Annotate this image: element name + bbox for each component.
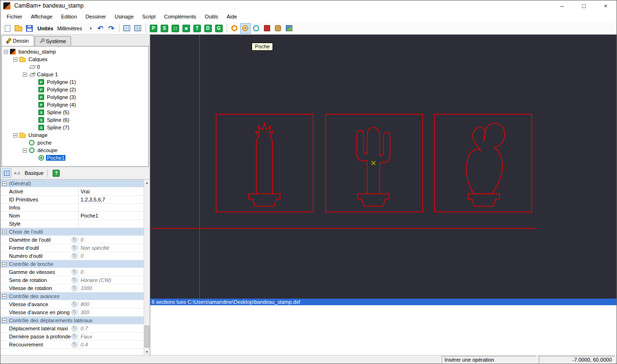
draw-region-button[interactable]: G: [214, 23, 224, 34]
property-row-forme-d-outil[interactable]: Forme d'outilNon spécifié: [0, 244, 144, 252]
tree-item-spline-5[interactable]: Spline (5): [2, 109, 148, 116]
grid-snap-button[interactable]: [122, 23, 132, 34]
section-collapse-toggle[interactable]: [2, 230, 7, 234]
menu-item-aide[interactable]: Aide: [222, 12, 241, 21]
tab-syst-me[interactable]: Système: [35, 36, 72, 46]
draw-surface-button[interactable]: D: [203, 23, 213, 34]
tree-item-bandeau-stamp[interactable]: bandeau_stamp: [2, 48, 148, 55]
tree-item-polyligne-4[interactable]: Polyligne (4): [2, 101, 148, 109]
draw-text-button[interactable]: T: [192, 23, 202, 34]
menu-item-affichage[interactable]: Affichage: [27, 12, 57, 21]
expand-collapse-toggle[interactable]: [13, 57, 18, 62]
tree-item-polyligne-1[interactable]: Polyligne (1): [2, 78, 148, 86]
expand-collapse-toggle[interactable]: [13, 133, 18, 137]
tree-item-spline-6[interactable]: Spline (6): [2, 116, 148, 124]
save-button[interactable]: [24, 23, 35, 34]
tree-item-label: Calques: [27, 56, 48, 62]
properties-scrollbar[interactable]: ▲ ▼: [144, 180, 150, 355]
units-combo[interactable]: Millimètres▾: [56, 25, 93, 32]
section-collapse-toggle[interactable]: [2, 182, 7, 186]
tree-item-polyligne-3[interactable]: Polyligne (3): [2, 93, 148, 101]
property-value: 1,2,3,5,6,7: [79, 196, 144, 203]
expand-collapse-toggle[interactable]: [23, 148, 27, 153]
inherit-default-icon: [72, 245, 77, 251]
section-collapse-toggle[interactable]: [2, 294, 7, 299]
property-name: Vitesse d'avance en plong: [0, 309, 79, 316]
canvas-drawing: [150, 35, 617, 299]
menu-item-edition[interactable]: Edition: [57, 12, 82, 21]
property-section-g-n-ral[interactable]: (Général): [0, 180, 144, 188]
tree-item-0[interactable]: 0: [2, 63, 148, 71]
menu-item-dessiner[interactable]: Dessiner: [81, 12, 110, 21]
redo-button[interactable]: ↷: [106, 23, 117, 34]
property-row-nom[interactable]: NomPoche1: [0, 212, 144, 220]
minimize-button[interactable]: –: [551, 0, 573, 11]
expand-collapse-toggle[interactable]: [23, 73, 27, 77]
alphabetical-sort-button[interactable]: A↓Z: [12, 168, 22, 178]
undo-button[interactable]: ↶: [95, 23, 106, 34]
property-row-d-placement-lat-ral-maxi[interactable]: Déplacement latéral maxi0.7: [0, 325, 144, 333]
property-name: Forme d'outil: [0, 244, 79, 252]
property-row-sens-de-rotation[interactable]: Sens de rotationHoraire (CW): [0, 276, 144, 284]
mop-drill-button[interactable]: [229, 23, 240, 34]
draw-polyline-button[interactable]: P: [148, 23, 159, 34]
property-section-choix-de-l-outil[interactable]: Choix de l'outil: [0, 228, 144, 236]
tree-item-d-coupe[interactable]: découpe: [2, 146, 148, 154]
property-row-vitesse-d-avance-en-plong[interactable]: Vitesse d'avance en plong300: [0, 309, 144, 317]
menu-item-compl-ments[interactable]: Compléments: [160, 12, 200, 21]
maximize-button[interactable]: □: [573, 0, 595, 11]
property-row-infos[interactable]: Infos: [0, 204, 144, 212]
menu-item-usinage[interactable]: Usinage: [110, 12, 138, 21]
property-section-contr-le-de-broche[interactable]: Contrôle de broche: [0, 260, 144, 268]
property-row-activ[interactable]: ActivéVrai: [0, 188, 144, 196]
close-button[interactable]: ×: [595, 0, 617, 11]
tree-item-polyligne-2[interactable]: Polyligne (2): [2, 86, 148, 93]
tree-item-calques[interactable]: Calques: [2, 55, 148, 63]
property-section-contr-le-des-d-placements-lat-raux[interactable]: Contrôle des déplacements latéraux: [0, 317, 144, 325]
property-row-num-ro-d-outil[interactable]: Numéro d'outil0: [0, 252, 144, 260]
property-row-derni-re-passe-profonde[interactable]: Dernière passe à profondeFaux: [0, 333, 144, 341]
property-row-gamme-de-vitesses[interactable]: Gamme de vitesses0: [0, 268, 144, 276]
drawing-canvas[interactable]: Poche: [150, 35, 617, 299]
draw-spline-button[interactable]: S: [159, 23, 170, 34]
new-file-button[interactable]: [2, 23, 13, 34]
property-name: Dernière passe à profonde: [0, 333, 79, 340]
property-name: Diamètre de l'outil: [0, 236, 79, 244]
menu-item-outils[interactable]: Outils: [200, 12, 222, 21]
property-row-style[interactable]: Style: [0, 220, 144, 228]
mop-pocket-button[interactable]: [240, 23, 251, 34]
tab-dessin[interactable]: Dessin: [1, 35, 34, 46]
tree-item-calque-1[interactable]: Calque 1: [2, 71, 148, 78]
property-section-contr-le-des-avances[interactable]: Contrôle des avances: [0, 292, 144, 300]
tree-item-usinage[interactable]: Usinage: [2, 131, 148, 139]
scroll-up-icon[interactable]: ▲: [144, 180, 150, 186]
property-row-id-primitives[interactable]: ID Primitives1,2,3,5,6,7: [0, 196, 144, 204]
scroll-down-icon[interactable]: ▼: [144, 349, 150, 355]
tree-item-poche1[interactable]: Poche1: [2, 154, 148, 162]
status-message-row[interactable]: 6 sections lues C:\Users\amandine\Deskto…: [150, 299, 617, 305]
help-button[interactable]: ?: [52, 168, 61, 178]
categorized-view-button[interactable]: [2, 168, 11, 178]
draw-points-button[interactable]: ∷: [170, 23, 181, 34]
mop-profile-button[interactable]: [251, 23, 262, 34]
mop-engrave-button[interactable]: [262, 23, 272, 34]
scrollbar-thumb[interactable]: [145, 326, 149, 347]
property-row-vitesse-de-rotation[interactable]: Vitesse de rotation1000: [0, 284, 144, 292]
draw-rectangle-button[interactable]: ■: [181, 23, 191, 34]
grid-table-button[interactable]: [133, 23, 143, 34]
tree-item-poche[interactable]: poche: [2, 139, 148, 146]
mop-3d-button[interactable]: [284, 23, 294, 34]
property-row-recouvrement[interactable]: Recouvrement0.4: [0, 341, 144, 349]
property-row-diam-tre-de-l-outil[interactable]: Diamètre de l'outil0: [0, 236, 144, 244]
section-collapse-toggle[interactable]: [2, 318, 7, 323]
menu-item-fichier[interactable]: Fichier: [2, 12, 27, 21]
expand-collapse-toggle[interactable]: [4, 50, 8, 54]
property-value: 0: [79, 236, 144, 244]
mop-lathe-button[interactable]: [273, 23, 283, 34]
tree-item-spline-7[interactable]: Spline (7): [2, 124, 148, 131]
section-collapse-toggle[interactable]: [2, 262, 7, 266]
mop-pocket-icon: [242, 25, 248, 31]
menu-item-script[interactable]: Script: [138, 12, 160, 21]
open-folder-button[interactable]: [13, 23, 24, 34]
property-row-vitesse-d-avance[interactable]: Vitesse d'avance800: [0, 300, 144, 309]
